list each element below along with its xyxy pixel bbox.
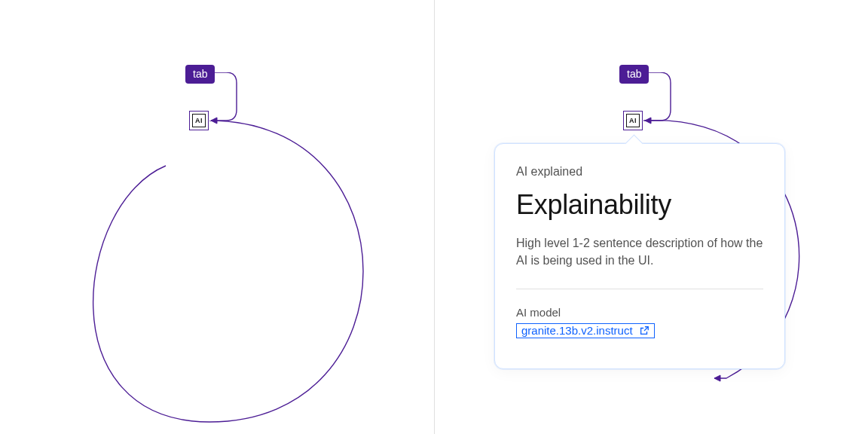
model-section-label: AI model xyxy=(516,306,763,319)
popover-title: Explainability xyxy=(516,189,763,221)
ai-icon[interactable]: AI xyxy=(623,111,643,130)
model-name: granite.13b.v2.instruct xyxy=(521,324,633,337)
model-link[interactable]: granite.13b.v2.instruct xyxy=(516,323,655,338)
ai-icon-label: AI xyxy=(626,114,640,127)
connector-arc-large xyxy=(90,121,429,434)
popover-eyebrow: AI explained xyxy=(516,165,763,179)
popover-description: High level 1-2 sentence description of h… xyxy=(516,234,763,269)
external-link-icon xyxy=(639,326,649,336)
svg-marker-2 xyxy=(714,375,720,381)
popover-divider xyxy=(516,289,763,289)
panel-left: tab AI xyxy=(0,0,434,434)
explainability-popover: AI explained Explainability High level 1… xyxy=(494,143,785,369)
panel-right: tab AI → AI explained Explainability Hig… xyxy=(434,0,868,434)
